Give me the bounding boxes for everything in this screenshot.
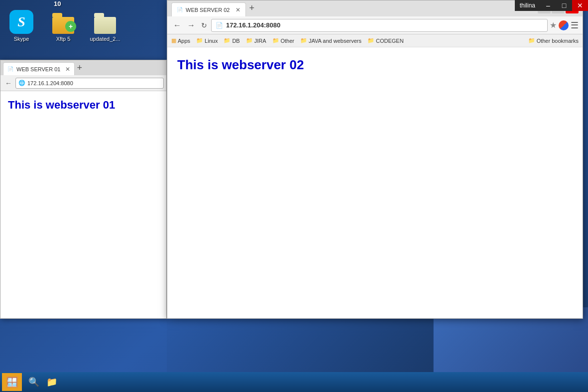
bookmarks-bar: ▦ Apps 📁 Linux 📁 DB 📁 JIRA 📁 Other 📁 xyxy=(167,34,583,47)
bookmark-java-icon: 📁 xyxy=(300,37,307,44)
page-content-2: This is webserver 02 xyxy=(167,47,583,318)
bookmark-linux-icon: 📁 xyxy=(196,37,203,44)
tab-webserver-01[interactable]: 📄 WEB SERVER 01 ✕ xyxy=(3,62,75,75)
bookmark-linux[interactable]: 📁 Linux xyxy=(196,37,218,44)
bookmark-java-webservers[interactable]: 📁 JAVA and webservers xyxy=(300,37,361,44)
close-screen-button[interactable]: ✕ xyxy=(572,0,588,11)
url-text-2: 172.16.1.204:8080 xyxy=(226,21,280,29)
browser-window-1: 📄 WEB SERVER 01 ✕ + ← 🌐 172.16.1.204:808… xyxy=(0,60,167,319)
address-bar-1[interactable]: 🌐 172.16.1.204:8080 xyxy=(15,78,164,89)
maximize-screen-button[interactable]: □ xyxy=(556,0,572,11)
system-bar: thilina – □ ✕ xyxy=(515,0,588,11)
bookmark-codegen-label: CODEGEN xyxy=(376,38,404,44)
address-bar-2[interactable]: 📄 172.16.1.204:8080 xyxy=(211,19,548,32)
skype-icon: S xyxy=(9,10,33,34)
bookmark-linux-label: Linux xyxy=(205,38,218,44)
user-name-label: thilina xyxy=(515,2,540,9)
bookmark-other[interactable]: 📁 Other xyxy=(272,37,295,44)
minimize-screen-button[interactable]: – xyxy=(540,0,556,11)
bookmark-other-bookmarks-icon: 📁 xyxy=(528,37,535,44)
url-text-1: 172.16.1.204:8080 xyxy=(27,80,73,86)
new-tab-button-1[interactable]: + xyxy=(77,63,82,73)
skype-label: Skype xyxy=(14,36,29,42)
nav-bar-2: ← → ↻ 📄 172.16.1.204:8080 ★ ☰ xyxy=(167,16,583,34)
bookmark-db-label: DB xyxy=(232,38,239,44)
bookmark-star-button[interactable]: ★ xyxy=(550,20,557,30)
taskbar-start-button[interactable]: 🪟 xyxy=(2,373,22,391)
tab-webserver-02[interactable]: 📄 WEB SERVER 02 ✕ xyxy=(171,2,246,16)
refresh-button-2[interactable]: ↻ xyxy=(199,20,209,30)
back-button-2[interactable]: ← xyxy=(171,20,183,31)
desktop-icons-row: S Skype + Xftp 5 updated_2. xyxy=(4,10,122,42)
page-content-1: This is webserver 01 xyxy=(0,91,166,119)
desktop-number: 10 xyxy=(54,0,61,7)
tab-page-icon: 📄 xyxy=(7,66,13,72)
address-icon-1: 🌐 xyxy=(18,80,25,86)
xftp-label: Xftp 5 xyxy=(56,36,71,42)
nav-bar-1: ← 🌐 172.16.1.204:8080 xyxy=(0,75,166,91)
bookmark-other-label: Other xyxy=(281,38,295,44)
start-icon: 🪟 xyxy=(6,376,18,388)
desktop-icon-updated[interactable]: updated_2... xyxy=(88,10,122,42)
browser-menu-button[interactable]: ☰ xyxy=(571,20,579,31)
bookmark-java-label: JAVA and webservers xyxy=(309,38,361,44)
tab-bar-1: 📄 WEB SERVER 01 ✕ + xyxy=(0,60,166,75)
taskbar-app-icon-1: 🔍 xyxy=(28,377,39,388)
xftp-icon: + xyxy=(51,10,75,34)
bookmark-apps-icon: ▦ xyxy=(171,37,176,44)
bookmark-other-bookmarks[interactable]: 📁 Other bookmarks xyxy=(528,37,579,44)
bookmark-codegen-icon: 📁 xyxy=(367,37,374,44)
desktop-icon-xftp[interactable]: + Xftp 5 xyxy=(46,10,81,42)
browser-window-2: 📄 WEB SERVER 02 ✕ + – □ ✕ ← → ↻ 📄 172.16… xyxy=(167,0,583,319)
browser-logo[interactable] xyxy=(559,20,569,30)
tab-label-2: WEB SERVER 02 xyxy=(186,7,230,13)
updated-icon xyxy=(93,10,117,34)
desktop-icon-skype[interactable]: S Skype xyxy=(4,10,39,42)
taskbar-icon-1[interactable]: 🔍 xyxy=(26,374,42,390)
bookmark-other-bookmarks-label: Other bookmarks xyxy=(537,38,579,44)
tab-area-2: 📄 WEB SERVER 02 ✕ + xyxy=(171,0,254,16)
bookmark-db-icon: 📁 xyxy=(224,37,231,44)
bookmark-other-icon: 📁 xyxy=(272,37,279,44)
taskbar: 🪟 🔍 📁 xyxy=(0,372,588,392)
tab-label-1: WEB SERVER 01 xyxy=(16,66,60,72)
new-tab-button-2[interactable]: + xyxy=(249,3,254,13)
taskbar-icons: 🔍 📁 xyxy=(26,374,60,390)
page-heading-1: This is webserver 01 xyxy=(8,99,159,112)
tab-close-button-1[interactable]: ✕ xyxy=(65,66,70,73)
bookmark-jira[interactable]: 📁 JIRA xyxy=(246,37,266,44)
bookmark-db[interactable]: 📁 DB xyxy=(224,37,239,44)
page-heading-2: This is webserver 02 xyxy=(177,57,573,73)
forward-button-2[interactable]: → xyxy=(185,20,197,31)
bookmark-jira-icon: 📁 xyxy=(246,37,253,44)
taskbar-icon-2[interactable]: 📁 xyxy=(44,374,60,390)
tab-page-icon-2: 📄 xyxy=(177,7,183,12)
back-button-1[interactable]: ← xyxy=(3,78,14,88)
bookmark-apps[interactable]: ▦ Apps xyxy=(171,37,190,44)
desktop: thilina – □ ✕ 10 S Skype + Xftp 5 xyxy=(0,0,588,392)
bookmark-jira-label: JIRA xyxy=(254,38,266,44)
bookmark-codegen[interactable]: 📁 CODEGEN xyxy=(367,37,404,44)
bookmark-apps-label: Apps xyxy=(178,38,190,44)
tab-close-button-2[interactable]: ✕ xyxy=(235,6,240,13)
taskbar-app-icon-2: 📁 xyxy=(46,377,57,388)
lock-icon: 📄 xyxy=(216,22,223,29)
updated-label: updated_2... xyxy=(90,36,120,42)
